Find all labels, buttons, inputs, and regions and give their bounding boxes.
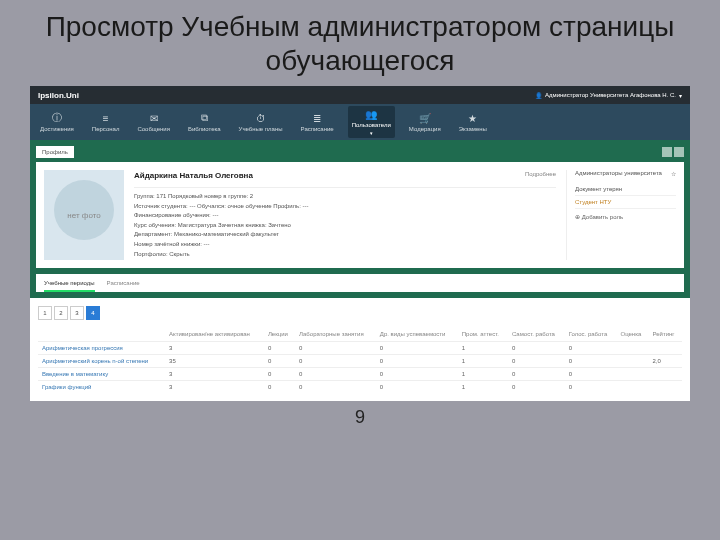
progress-table: Активирован/не активированЛекцииЛаборато… — [38, 328, 682, 393]
table-row: Введение в математику3000100 — [38, 367, 682, 380]
table-cell: 0 — [295, 367, 376, 380]
add-role-button[interactable]: ⊕ Добавить роль — [575, 209, 676, 220]
details-more-link[interactable]: Подробнее — [525, 170, 556, 183]
nav-item-3[interactable]: ⧉Библиотека — [184, 110, 225, 134]
nav-icon: ⏱ — [255, 112, 267, 124]
nav-item-8[interactable]: ★Экзамены — [455, 110, 491, 134]
table-cell — [649, 367, 682, 380]
table-cell — [617, 341, 649, 354]
nav-label: Достижения — [40, 126, 74, 132]
table-cell: 35 — [165, 354, 264, 367]
table-cell: 3 — [165, 367, 264, 380]
table-cell: 0 — [376, 354, 458, 367]
table-header: Лабораторные занятия — [295, 328, 376, 341]
profile-detail-line: Источник студента: --- Обучался: очное о… — [134, 202, 556, 212]
profile-detail-line: Курс обучения: Магистратура Зачетная кни… — [134, 221, 556, 231]
star-icon[interactable]: ☆ — [671, 170, 676, 177]
subject-link[interactable]: Арифметическая прогрессия — [38, 341, 165, 354]
table-cell: 3 — [165, 380, 264, 393]
nav-icon: ⓘ — [51, 112, 63, 124]
list-view-icon[interactable] — [674, 147, 684, 157]
subject-link[interactable]: Арифметический корень n-ой степени — [38, 354, 165, 367]
nav-item-4[interactable]: ⏱Учебные планы — [235, 110, 287, 134]
table-header: Активирован/не активирован — [165, 328, 264, 341]
user-role-text: Администратор Университета Агафонова Н. … — [545, 92, 676, 98]
table-cell: 0 — [295, 354, 376, 367]
pager-page[interactable]: 2 — [54, 306, 68, 320]
table-header: Оценка — [617, 328, 649, 341]
nav-icon: 👥 — [365, 108, 377, 120]
nav-icon: 🛒 — [419, 112, 431, 124]
table-cell: 1 — [458, 354, 508, 367]
table-cell: 0 — [508, 380, 565, 393]
grid-view-icon[interactable] — [662, 147, 672, 157]
table-cell — [617, 380, 649, 393]
table-cell: 0 — [376, 380, 458, 393]
table-cell — [649, 380, 682, 393]
nav-label: Пользователи — [352, 122, 391, 128]
nav-item-7[interactable]: 🛒Модерация — [405, 110, 445, 134]
table-header: Рейтинг — [649, 328, 682, 341]
table-row: Арифметическая прогрессия3000100 — [38, 341, 682, 354]
subject-link[interactable]: Введение в математику — [38, 367, 165, 380]
nav-item-6[interactable]: 👥Пользователи▾ — [348, 106, 395, 138]
table-row: Арифметический корень n-ой степени350001… — [38, 354, 682, 367]
table-cell — [617, 354, 649, 367]
app-window: Ipsilon.Uni Администратор Университета А… — [30, 86, 690, 401]
view-switcher[interactable] — [662, 147, 684, 157]
nav-label: Библиотека — [188, 126, 221, 132]
table-cell: 0 — [565, 354, 617, 367]
nav-label: Сообщения — [137, 126, 170, 132]
nav-icon: ≡ — [100, 112, 112, 124]
table-cell: 0 — [508, 354, 565, 367]
table-header — [38, 328, 165, 341]
nav-icon: ✉ — [148, 112, 160, 124]
tabs: Учебные периодыРасписание — [36, 274, 684, 292]
table-header: Пром. аттест. — [458, 328, 508, 341]
chevron-down-icon: ▾ — [679, 92, 682, 99]
user-icon — [535, 92, 542, 99]
table-cell: 0 — [508, 367, 565, 380]
role-item[interactable]: Документ утерян — [575, 183, 676, 196]
table-cell: 0 — [264, 380, 295, 393]
profile-card: нет фото Айдаркина Наталья Олеговна Подр… — [36, 162, 684, 268]
student-name: Айдаркина Наталья Олеговна — [134, 170, 253, 183]
table-cell: 3 — [165, 341, 264, 354]
table-header: Голос. работа — [565, 328, 617, 341]
role-item[interactable]: Студент НТУ — [575, 196, 676, 209]
nav-item-5[interactable]: ≣Расписание — [297, 110, 338, 134]
profile-detail-line: Финансирование обучения: --- — [134, 211, 556, 221]
pager: 1234 — [38, 306, 682, 320]
tab-0[interactable]: Учебные периоды — [44, 280, 95, 292]
pager-page[interactable]: 4 — [86, 306, 100, 320]
table-cell: 0 — [565, 367, 617, 380]
nav-item-0[interactable]: ⓘДостижения — [36, 110, 78, 134]
pager-page[interactable]: 1 — [38, 306, 52, 320]
profile-detail-line: Номер зачётной книжки: --- — [134, 240, 556, 250]
nav-label: Расписание — [301, 126, 334, 132]
slide-title: Просмотр Учебным администратором страниц… — [0, 0, 720, 82]
profile-photo: нет фото — [44, 170, 124, 260]
nav-label: Учебные планы — [239, 126, 283, 132]
slide-page-number: 9 — [0, 407, 720, 428]
table-header: Лекции — [264, 328, 295, 341]
table-header: Самост. работа — [508, 328, 565, 341]
nav-item-2[interactable]: ✉Сообщения — [133, 110, 174, 134]
table-cell: 0 — [565, 380, 617, 393]
table-header: Др. виды успеваемости — [376, 328, 458, 341]
breadcrumb[interactable]: Профиль — [36, 146, 74, 158]
nav-icon: ★ — [467, 112, 479, 124]
table-cell: 1 — [458, 341, 508, 354]
table-cell: 2,0 — [649, 354, 682, 367]
table-cell — [649, 341, 682, 354]
current-user[interactable]: Администратор Университета Агафонова Н. … — [535, 92, 682, 99]
nav-item-1[interactable]: ≡Персонал — [88, 110, 124, 134]
pager-page[interactable]: 3 — [70, 306, 84, 320]
subject-link[interactable]: Графики функций — [38, 380, 165, 393]
table-cell: 0 — [264, 341, 295, 354]
table-cell: 0 — [376, 367, 458, 380]
table-cell: 1 — [458, 380, 508, 393]
tab-1[interactable]: Расписание — [107, 280, 140, 292]
lower-panel: 1234 Активирован/не активированЛекцииЛаб… — [30, 298, 690, 401]
roles-panel: Администраторы университета ☆ Документ у… — [566, 170, 676, 260]
